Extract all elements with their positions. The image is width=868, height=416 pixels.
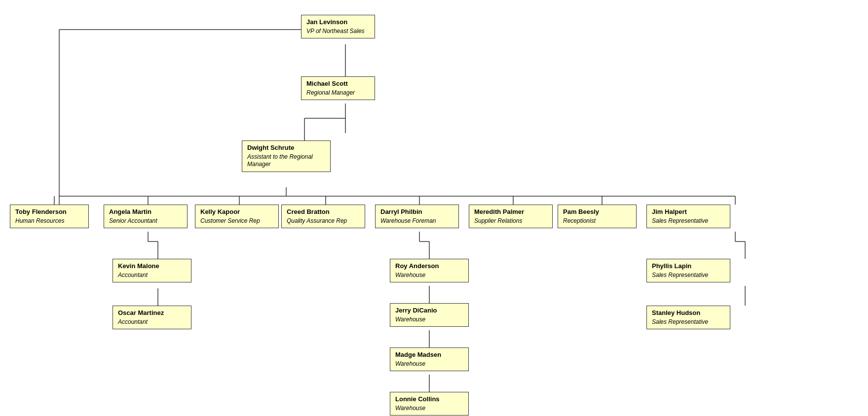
node-pam-title: Receptionist xyxy=(563,217,631,225)
node-angela: Angela Martin Senior Accountant xyxy=(104,205,188,228)
node-pam: Pam Beesly Receptionist xyxy=(558,205,637,228)
node-meredith-title: Supplier Relations xyxy=(474,217,547,225)
node-creed-title: Quality Assurance Rep xyxy=(287,217,360,225)
node-kelly-name: Kelly Kapoor xyxy=(200,208,273,216)
node-jan-title: VP of Northeast Sales xyxy=(306,28,370,35)
node-meredith-name: Meredith Palmer xyxy=(474,208,547,216)
node-phyllis: Phyllis Lapin Sales Representative xyxy=(646,259,730,282)
node-oscar: Oscar Martinez Accountant xyxy=(113,306,191,329)
node-toby-title: Human Resources xyxy=(15,217,83,225)
node-meredith: Meredith Palmer Supplier Relations xyxy=(469,205,553,228)
org-chart: Jan Levinson VP of Northeast Sales Micha… xyxy=(0,0,868,416)
node-kelly-title: Customer Service Rep xyxy=(200,217,273,225)
node-kevin-title: Accountant xyxy=(118,272,186,279)
node-pam-name: Pam Beesly xyxy=(563,208,631,216)
node-stanley-name: Stanley Hudson xyxy=(652,309,725,317)
node-jerry-name: Jerry DiCanio xyxy=(395,307,463,315)
node-phyllis-title: Sales Representative xyxy=(652,272,725,279)
node-madge: Madge Madsen Warehouse xyxy=(390,347,469,371)
node-jim-name: Jim Halpert xyxy=(652,208,725,216)
node-michael-name: Michael Scott xyxy=(306,80,370,88)
node-jan: Jan Levinson VP of Northeast Sales xyxy=(301,15,375,38)
node-darryl: Darryl Philbin Warehouse Foreman xyxy=(375,205,459,228)
node-jerry: Jerry DiCanio Warehouse xyxy=(390,303,469,327)
node-angela-name: Angela Martin xyxy=(109,208,182,216)
node-stanley: Stanley Hudson Sales Representative xyxy=(646,306,730,329)
node-stanley-title: Sales Representative xyxy=(652,318,725,326)
node-jim: Jim Halpert Sales Representative xyxy=(646,205,730,228)
node-oscar-title: Accountant xyxy=(118,318,186,326)
node-michael: Michael Scott Regional Manager xyxy=(301,76,375,100)
node-oscar-name: Oscar Martinez xyxy=(118,309,186,317)
node-kevin: Kevin Malone Accountant xyxy=(113,259,191,282)
node-kelly: Kelly Kapoor Customer Service Rep xyxy=(195,205,279,228)
node-lonnie-name: Lonnie Collins xyxy=(395,395,463,404)
node-roy-name: Roy Anderson xyxy=(395,262,463,271)
node-toby-name: Toby Flenderson xyxy=(15,208,83,216)
node-toby: Toby Flenderson Human Resources xyxy=(10,205,89,228)
node-creed: Creed Bratton Quality Assurance Rep xyxy=(281,205,365,228)
node-darryl-name: Darryl Philbin xyxy=(380,208,453,216)
node-dwight-title: Assistant to the Regional Manager xyxy=(247,153,325,169)
node-madge-name: Madge Madsen xyxy=(395,351,463,359)
node-lonnie: Lonnie Collins Warehouse xyxy=(390,392,469,416)
node-dwight: Dwight Schrute Assistant to the Regional… xyxy=(242,140,331,172)
node-jan-name: Jan Levinson xyxy=(306,18,370,27)
node-roy: Roy Anderson Warehouse xyxy=(390,259,469,282)
node-creed-name: Creed Bratton xyxy=(287,208,360,216)
node-jerry-title: Warehouse xyxy=(395,316,463,324)
node-phyllis-name: Phyllis Lapin xyxy=(652,262,725,271)
node-michael-title: Regional Manager xyxy=(306,89,370,97)
node-jim-title: Sales Representative xyxy=(652,217,725,225)
node-lonnie-title: Warehouse xyxy=(395,405,463,413)
node-madge-title: Warehouse xyxy=(395,360,463,368)
node-angela-title: Senior Accountant xyxy=(109,217,182,225)
node-kevin-name: Kevin Malone xyxy=(118,262,186,271)
node-darryl-title: Warehouse Foreman xyxy=(380,217,453,225)
node-dwight-name: Dwight Schrute xyxy=(247,144,325,152)
node-roy-title: Warehouse xyxy=(395,272,463,279)
